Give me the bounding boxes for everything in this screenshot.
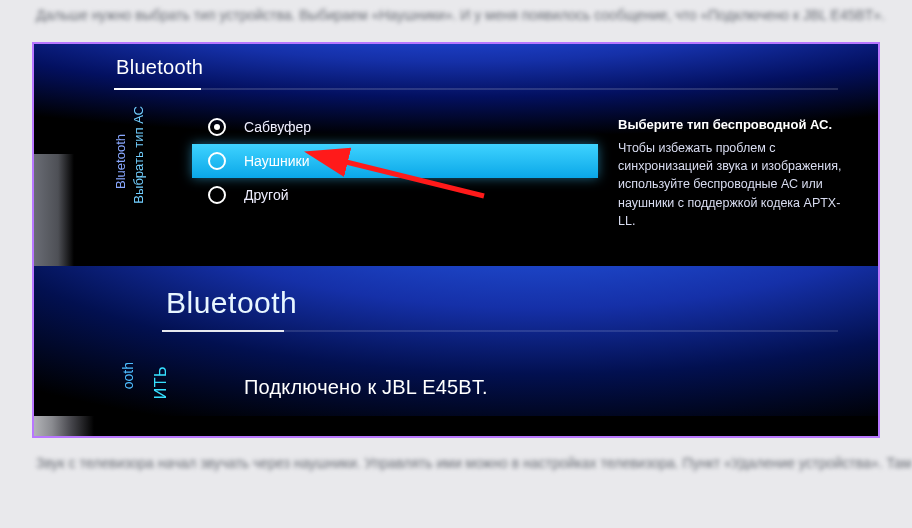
article-text-before: Дальше нужно выбрать тип устройства. Выб… <box>0 0 912 30</box>
radio-unselected-icon <box>208 152 226 170</box>
sidebar: Bluetooth Выбрать тип АС <box>109 114 145 256</box>
screen-header: Bluetooth <box>116 56 203 79</box>
radio-unselected-icon <box>208 186 226 204</box>
tv-screen-2: Bluetooth ooth ИТЬ Подключено к JBL E45B… <box>34 266 878 436</box>
sidebar-label-partial-1[interactable]: ooth <box>120 362 136 389</box>
help-panel: Выберите тип беспроводной АС. Чтобы избе… <box>618 116 848 229</box>
header-underline <box>114 88 838 90</box>
option-label: Наушники <box>244 153 309 169</box>
option-subwoofer[interactable]: Сабвуфер <box>192 110 598 144</box>
option-label: Сабвуфер <box>244 119 311 135</box>
screenshots-frame: Bluetooth Bluetooth Выбрать тип АС Сабву… <box>32 42 880 438</box>
header-underline <box>162 330 838 332</box>
tv-screen-1: Bluetooth Bluetooth Выбрать тип АС Сабву… <box>34 44 878 266</box>
sidebar-label-select-type[interactable]: Выбрать тип АС <box>131 106 146 204</box>
sidebar-label-bluetooth[interactable]: Bluetooth <box>113 134 128 189</box>
option-label: Другой <box>244 187 289 203</box>
article-text-after: Звук с телевизора начал звучать через на… <box>0 448 912 478</box>
radio-selected-icon <box>208 118 226 136</box>
screen-header: Bluetooth <box>166 286 297 320</box>
connection-status: Подключено к JBL E45BT. <box>244 376 488 399</box>
option-other[interactable]: Другой <box>192 178 598 212</box>
sidebar-label-partial-2[interactable]: ИТЬ <box>152 366 170 399</box>
help-body: Чтобы избежать проблем с синхронизацией … <box>618 139 848 230</box>
device-type-list: Сабвуфер Наушники Другой <box>192 110 598 212</box>
help-title: Выберите тип беспроводной АС. <box>618 116 848 135</box>
option-headphones[interactable]: Наушники <box>192 144 598 178</box>
